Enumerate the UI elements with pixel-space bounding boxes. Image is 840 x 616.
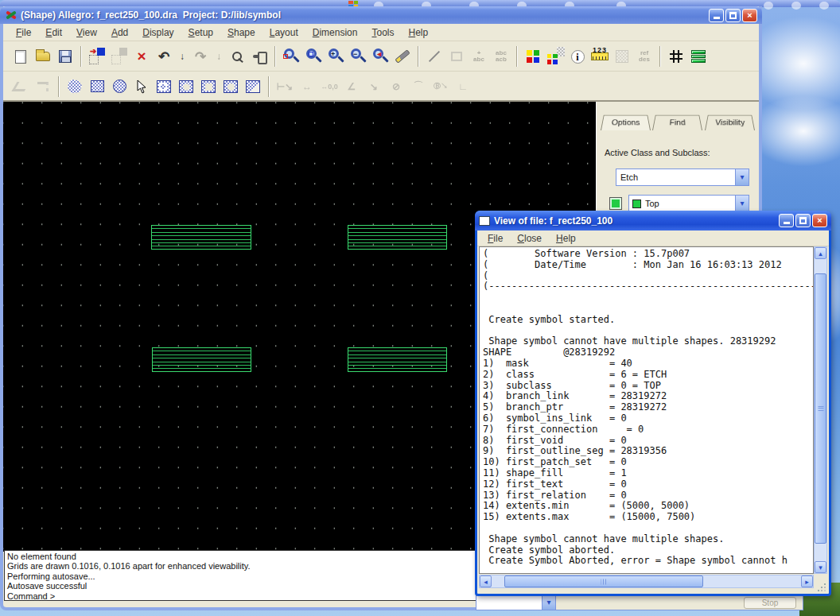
close-button[interactable]: × [742,9,757,22]
vertical-scroll-thumb[interactable] [815,273,826,544]
vertex-button-disabled [32,76,54,98]
scroll-up-button[interactable]: ▴ [815,247,826,259]
oops-button[interactable] [226,45,248,68]
zoom-fit-button[interactable] [302,45,325,68]
shape-toolbar: ⊢↘ ↔ ↔0,0 ∠ ↘ ⊘ ⌒ Ⓑ↘ ∟ [3,72,759,102]
dialog-close-button[interactable]: × [812,214,827,227]
vertical-scrollbar[interactable]: ▴ ▾ [814,246,827,574]
chevron-down-icon[interactable]: ▾ [735,169,749,185]
void-polygon-button[interactable] [175,76,197,98]
chevron-down-icon[interactable]: ▾ [542,595,555,610]
menu-add[interactable]: Add [105,25,134,40]
taskbar-button [764,2,773,10]
layers-button[interactable] [687,45,710,68]
horizontal-scroll-thumb[interactable] [504,575,703,587]
tab-visibility[interactable]: Visibility [705,115,755,130]
toolbar-separator [58,76,60,97]
tab-find[interactable]: Find [652,115,702,130]
toolbar-separator [418,46,419,67]
save-drawing-button[interactable] [54,45,76,68]
panel-tabs: Options Find Visibility [600,113,756,130]
add-text-icon: +abc [473,50,484,63]
zoom-previous-button[interactable]: ◄ [369,45,391,68]
menu-help[interactable]: Help [402,25,434,40]
zoom-in-button[interactable]: + [325,45,347,68]
zoom-out-button[interactable]: − [347,45,369,68]
shape-circle-button[interactable] [108,76,130,98]
dialog-maximize-button[interactable] [795,214,811,227]
dialog-minimize-button[interactable] [779,214,794,227]
delete-button[interactable]: × [130,45,153,68]
scroll-right-button[interactable]: ▸ [801,575,813,587]
chevron-down-icon[interactable]: ▾ [735,196,749,211]
measure-button[interactable]: 123 [589,45,611,68]
void-circle-button[interactable] [220,76,242,98]
dialog-menu-help[interactable]: Help [550,232,581,245]
dim-radial-button-disabled: ⌒ [407,76,430,98]
toolbar-separator [80,46,82,67]
etch-shape[interactable] [151,225,251,250]
etch-shape[interactable] [152,347,251,372]
color-dialog-button[interactable] [522,45,544,68]
menu-display[interactable]: Display [136,25,180,40]
menu-layout[interactable]: Layout [263,25,305,40]
class-dropdown[interactable]: Etch ▾ [616,169,749,186]
edit-text-button-disabled: abcacb [490,45,512,68]
menu-shape[interactable]: Shape [221,25,262,40]
etch-shape[interactable] [348,225,447,250]
subclass-visible-checkbox[interactable] [609,197,622,210]
shape-rect-button[interactable] [86,76,108,98]
resize-grip[interactable] [816,582,826,592]
void-rect-icon [201,80,216,93]
file-viewer-content[interactable]: ( Software Version : 15.7p007 ( Date/Tim… [479,246,814,574]
menu-tools[interactable]: Tools [365,25,400,40]
subclass-dropdown[interactable]: Top ▾ [628,195,749,212]
color-palette-icon [527,50,539,63]
undo-button[interactable]: ↶ [153,45,175,68]
polygon-shape-icon [68,79,82,93]
scroll-left-button[interactable]: ◂ [480,575,492,587]
zoom-points-button[interactable] [280,45,302,68]
paste-button[interactable]: ➔ [86,45,108,68]
void-rect-button[interactable] [197,76,220,98]
undo-dropdown-button[interactable]: ↓ [175,45,189,68]
vertex-icon [37,82,49,91]
shape-edit-button[interactable] [153,76,175,98]
info-icon: i [571,50,585,64]
new-drawing-button[interactable] [10,45,32,68]
main-window-title: (Shape) Allegro: f_rect250_100.dra Proje… [21,10,281,21]
stop-button[interactable]: Stop [744,597,796,609]
etch-shape[interactable] [348,347,447,372]
horizontal-scrollbar[interactable]: ◂ ▸ [479,575,814,588]
dialog-menu-close[interactable]: Close [511,232,547,245]
menu-edit[interactable]: Edit [39,25,68,40]
down-arrow-icon: ↓ [180,51,185,62]
main-titlebar[interactable]: (Shape) Allegro: f_rect250_100.dra Proje… [0,6,762,24]
shape-polygon-button[interactable] [64,76,86,98]
scroll-down-button[interactable]: ▾ [815,561,826,573]
menu-setup[interactable]: Setup [182,25,220,40]
color-priority-button[interactable] [544,45,566,68]
open-drawing-button[interactable] [32,45,54,68]
zoom-points-icon [282,48,300,65]
open-folder-icon [36,52,50,61]
command-combobox[interactable]: ▾ [476,595,556,610]
select-shape-button[interactable] [130,76,153,98]
zoom-in-icon: + [327,48,344,65]
subclass-value: Top [641,199,735,208]
dialog-menu-file[interactable]: File [482,232,508,245]
menu-dimension[interactable]: Dimension [306,25,364,40]
minimize-button[interactable] [709,9,724,22]
maximize-button[interactable] [725,9,741,22]
element-info-button[interactable]: i [566,45,589,68]
tab-options[interactable]: Options [601,115,651,130]
redraw-button[interactable] [391,45,414,68]
grid-toggle-button[interactable] [665,45,687,68]
dialog-titlebar[interactable]: View of file: f_rect250_100 × [475,211,831,231]
menu-file[interactable]: File [10,25,37,40]
add-line-button[interactable] [423,45,445,68]
menu-view[interactable]: View [70,25,103,40]
void-delete-button[interactable] [242,76,264,98]
unrats-button[interactable] [248,45,270,68]
dim-radial-icon: ⌒ [414,79,423,93]
